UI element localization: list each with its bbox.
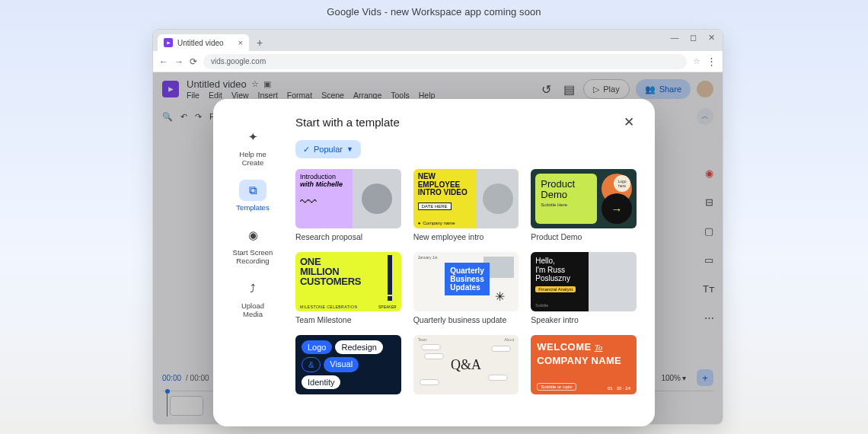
template-label: Team Milestone (295, 315, 401, 324)
window-minimize-icon[interactable]: — (669, 33, 680, 43)
sidebar-item-templates[interactable]: ⧉ Templates (236, 180, 269, 212)
template-label: Quarterly business update (413, 315, 519, 324)
template-thumbnail: Introductionwith Michelle〰 (295, 169, 401, 228)
template-card-welcome-company[interactable]: WELCOMETo COMPANY NAME Subtitle or topic… (531, 335, 637, 394)
templates-icon: ⧉ (239, 180, 266, 201)
sidebar-item-screen-recording[interactable]: ◉ Start Screen Recording (233, 225, 273, 266)
template-thumbnail: Logo Redesign & Visual Identity (295, 335, 401, 394)
template-card-qa[interactable]: TeamAbout Q&A (413, 335, 519, 394)
window-close-icon[interactable]: ✕ (706, 33, 716, 43)
nav-forward-icon[interactable]: → (174, 56, 183, 67)
sidebar-item-help-me-create[interactable]: ✦ Help me Create (239, 126, 266, 168)
browser-tab[interactable]: Untitled video × (158, 34, 249, 51)
template-thumbnail: TeamAbout Q&A (413, 335, 519, 394)
check-icon: ✓ (303, 145, 310, 155)
modal-title: Start with a template (295, 116, 400, 129)
template-thumbnail: WELCOMETo COMPANY NAME Subtitle or topic… (531, 335, 637, 394)
modal-sidebar: ✦ Help me Create ⧉ Templates ◉ Start Scr… (213, 99, 292, 426)
template-card-research-proposal[interactable]: Introductionwith Michelle〰 Research prop… (295, 169, 401, 241)
url-field[interactable]: vids.google.com (203, 54, 687, 69)
nav-reload-icon[interactable]: ⟳ (190, 56, 197, 67)
template-thumbnail: NEW EMPLOYEE INTRO VIDEO DATE HERE Compa… (413, 169, 519, 228)
record-circle-icon: ◉ (239, 225, 266, 246)
template-thumbnail: ONE MILLION CUSTOMERS MILESTONE CELEBRAT… (295, 252, 401, 311)
template-modal: ✦ Help me Create ⧉ Templates ◉ Start Scr… (213, 99, 655, 426)
template-thumbnail: Product DemoSubtitle Here → Logo here (531, 169, 637, 228)
browser-menu-icon[interactable]: ⋮ (707, 56, 716, 67)
new-tab-button[interactable]: + (252, 35, 267, 50)
template-label: New employee intro (413, 232, 519, 241)
close-icon: ✕ (624, 114, 634, 130)
template-card-product-demo[interactable]: Product DemoSubtitle Here → Logo here Pr… (531, 169, 637, 241)
nav-back-icon[interactable]: ← (159, 56, 168, 67)
sparkle-icon: ✦ (239, 126, 266, 148)
address-bar: ← → ⟳ vids.google.com ☆ ⋮ (153, 51, 723, 72)
modal-close-button[interactable]: ✕ (618, 111, 640, 132)
template-label: Product Demo (531, 232, 637, 241)
template-card-new-employee-intro[interactable]: NEW EMPLOYEE INTRO VIDEO DATE HERE Compa… (413, 169, 519, 241)
template-card-quarterly-business-update[interactable]: January 1st Quarterly Business Updates ✳… (413, 252, 519, 324)
sidebar-item-upload-media[interactable]: ⤴ Upload Media (239, 278, 266, 319)
template-label: Research proposal (295, 232, 401, 241)
window-maximize-icon[interactable]: ◻ (688, 33, 698, 43)
tab-strip: Untitled video × + — ◻ ✕ (153, 30, 723, 51)
bookmark-star-icon[interactable]: ☆ (693, 56, 700, 66)
template-label: Speaker intro (531, 315, 637, 324)
template-card-speaker-intro[interactable]: Hello, I'm Russ PoslusznyFinancial Analy… (531, 252, 637, 324)
template-card-team-milestone[interactable]: ONE MILLION CUSTOMERS MILESTONE CELEBRAT… (295, 252, 401, 324)
window-controls: — ◻ ✕ (669, 33, 716, 43)
promo-banner: Google Vids - new Workspace app coming s… (0, 0, 868, 18)
vids-favicon (164, 38, 173, 47)
chevron-down-icon: ▼ (346, 145, 353, 153)
template-thumbnail: January 1st Quarterly Business Updates ✳ (413, 252, 519, 311)
upload-icon: ⤴ (239, 278, 266, 299)
template-card-logo-redesign[interactable]: Logo Redesign & Visual Identity (295, 335, 401, 394)
template-thumbnail: Hello, I'm Russ PoslusznyFinancial Analy… (531, 252, 637, 311)
tab-close-icon[interactable]: × (238, 38, 243, 47)
tab-title: Untitled video (177, 39, 224, 47)
filter-chip-popular[interactable]: ✓ Popular ▼ (295, 140, 361, 158)
template-grid: Introductionwith Michelle〰 Research prop… (295, 169, 640, 397)
